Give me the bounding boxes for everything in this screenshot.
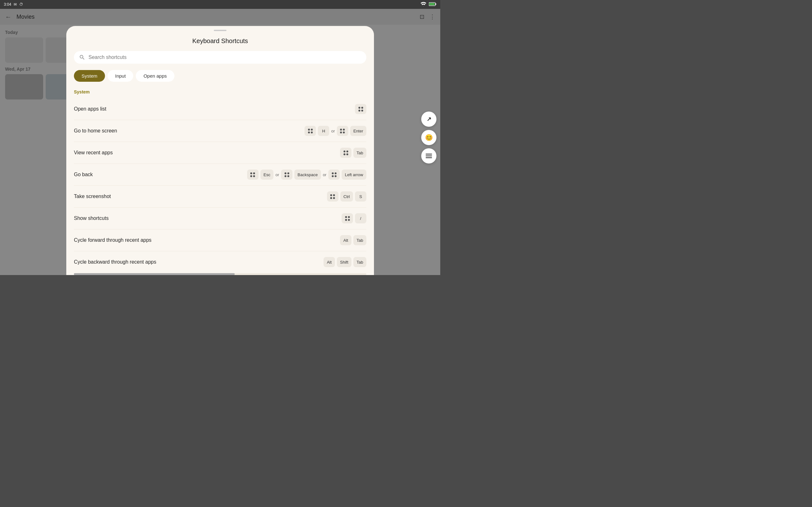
- modal-title: Keyboard Shortcuts: [66, 38, 374, 45]
- menu-fab[interactable]: [421, 148, 437, 164]
- clock-icon: ⏱: [19, 2, 23, 7]
- alt-key-forward: Alt: [340, 235, 351, 245]
- meta-dots-back-3: [332, 172, 337, 177]
- search-icon: [79, 54, 85, 60]
- hamburger-icon: [426, 154, 432, 158]
- meta-key-1: [355, 104, 366, 114]
- section-system-header: System: [74, 89, 366, 95]
- status-right: [420, 2, 437, 7]
- s-key: S: [355, 191, 366, 202]
- emoji-fab[interactable]: 😊: [421, 130, 437, 145]
- shortcut-label-screenshot: Take screenshot: [74, 193, 111, 199]
- wifi-icon: [420, 2, 426, 7]
- search-bar[interactable]: [74, 51, 366, 64]
- tab-input[interactable]: Input: [107, 70, 133, 82]
- keyboard-shortcuts-modal: Keyboard Shortcuts System Input Open app…: [66, 26, 374, 275]
- ctrl-key: Ctrl: [340, 191, 353, 202]
- shortcut-label-cycle-backward: Cycle backward through recent apps: [74, 259, 156, 265]
- tab-open-apps[interactable]: Open apps: [136, 70, 174, 82]
- meta-key-back-3: [328, 170, 340, 180]
- status-left: 3:04 ✉ ⏱: [4, 2, 23, 7]
- shortcut-recent-apps: View recent apps Tab: [74, 142, 366, 164]
- keys-open-apps-list: [355, 104, 366, 114]
- meta-dots: [358, 107, 363, 112]
- shortcut-go-back: Go back Esc or Backspace or: [74, 164, 366, 186]
- esc-key: Esc: [260, 170, 274, 180]
- meta-key-screenshot: [327, 191, 339, 202]
- tab-key-recent: Tab: [353, 148, 366, 158]
- meta-dots-home-1: [308, 129, 313, 133]
- shortcuts-content: System Open apps list Go to home screen: [66, 88, 374, 272]
- shortcut-screenshot: Take screenshot Ctrl S: [74, 186, 366, 208]
- left-arrow-key: Left arrow: [342, 170, 366, 180]
- meta-key-recent: [340, 148, 351, 158]
- shortcut-show-shortcuts: Show shortcuts /: [74, 208, 366, 229]
- keys-recent: Tab: [340, 148, 366, 158]
- shortcut-home-screen: Go to home screen H or Enter: [74, 120, 366, 142]
- or-text-back-1: or: [275, 172, 279, 177]
- meta-dots-recent: [344, 151, 348, 155]
- svg-rect-3: [426, 154, 432, 155]
- tab-key-backward: Tab: [353, 257, 366, 267]
- modal-handle: [214, 30, 226, 31]
- or-text-back-2: or: [323, 172, 327, 177]
- shortcut-cycle-backward: Cycle backward through recent apps Alt S…: [74, 251, 366, 272]
- shortcut-label-open-apps-list: Open apps list: [74, 106, 106, 112]
- meta-dots-back-2: [285, 172, 289, 177]
- h-key: H: [318, 126, 329, 136]
- keys-show-shortcuts: /: [342, 213, 366, 223]
- meta-dots-shortcuts: [345, 216, 350, 221]
- svg-rect-4: [426, 156, 432, 157]
- shortcut-open-apps-list: Open apps list: [74, 98, 366, 120]
- expand-fab[interactable]: ↗: [421, 112, 437, 127]
- shift-key-backward: Shift: [337, 257, 351, 267]
- slash-key: /: [355, 213, 366, 223]
- shortcut-cycle-forward: Cycle forward through recent apps Alt Ta…: [74, 229, 366, 251]
- keys-back: Esc or Backspace or Left arrow: [247, 170, 366, 180]
- shortcut-label-show-shortcuts: Show shortcuts: [74, 216, 108, 221]
- keys-cycle-forward: Alt Tab: [340, 235, 366, 245]
- enter-key: Enter: [350, 126, 366, 136]
- keys-screenshot: Ctrl S: [327, 191, 366, 202]
- meta-key-home-1: [305, 126, 316, 136]
- tab-key-forward: Tab: [353, 235, 366, 245]
- search-input[interactable]: [89, 55, 361, 60]
- meta-key-back-2: [281, 170, 293, 180]
- svg-rect-2: [429, 3, 435, 5]
- shortcut-label-cycle-forward: Cycle forward through recent apps: [74, 237, 152, 243]
- shortcut-label-back: Go back: [74, 172, 93, 177]
- meta-key-shortcuts: [342, 213, 353, 223]
- svg-rect-5: [426, 158, 432, 158]
- or-text-home: or: [331, 129, 335, 133]
- tabs-container: System Input Open apps: [66, 70, 374, 82]
- backspace-key: Backspace: [294, 170, 321, 180]
- scroll-thumb: [74, 273, 235, 275]
- meta-key-back-1: [247, 170, 258, 180]
- svg-rect-1: [436, 3, 437, 5]
- battery-icon: [429, 2, 437, 7]
- status-bar: 3:04 ✉ ⏱: [0, 0, 440, 9]
- keys-home: H or Enter: [305, 126, 366, 136]
- shortcut-label-recent: View recent apps: [74, 150, 113, 156]
- mail-icon: ✉: [14, 2, 17, 7]
- meta-dots-back-1: [250, 172, 255, 177]
- fab-container: ↗ 😊: [421, 112, 437, 164]
- shortcut-label-home: Go to home screen: [74, 128, 117, 134]
- tab-system[interactable]: System: [74, 70, 105, 82]
- alt-key-backward: Alt: [323, 257, 335, 267]
- meta-dots-screenshot: [330, 194, 335, 199]
- keys-cycle-backward: Alt Shift Tab: [323, 257, 366, 267]
- status-time: 3:04: [4, 2, 11, 7]
- meta-key-home-2: [337, 126, 348, 136]
- scroll-track: [74, 273, 366, 275]
- meta-dots-home-2: [340, 129, 345, 133]
